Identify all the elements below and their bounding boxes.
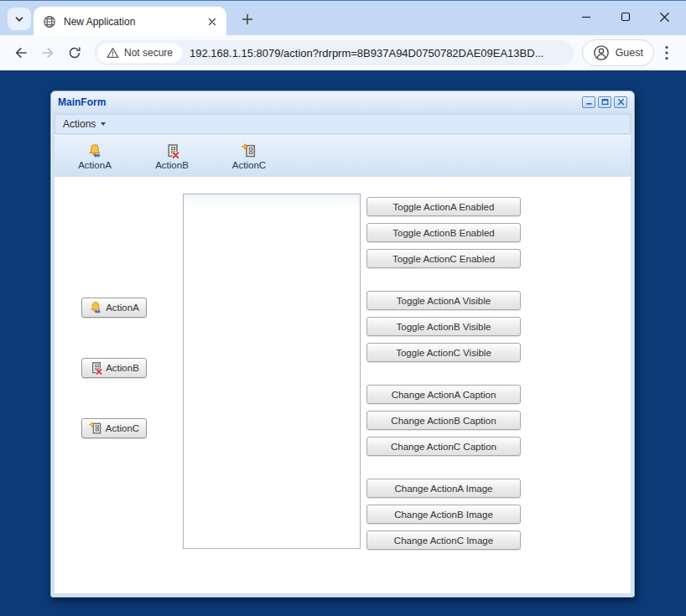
actiona-button-label: ActionA — [106, 303, 139, 313]
toggle-actionc-visible-button[interactable]: Toggle ActionC Visible — [366, 343, 521, 362]
menu-actions-label: Actions — [63, 118, 96, 130]
new-tab-button[interactable] — [236, 8, 258, 30]
listbox[interactable] — [183, 194, 361, 549]
refresh-icon — [67, 45, 82, 60]
back-arrow-icon — [13, 45, 29, 60]
minimize-icon — [585, 98, 593, 106]
toolbar-item-label: ActionA — [78, 160, 112, 170]
minimize-icon — [581, 12, 591, 22]
toggle-actiona-enabled-button[interactable]: Toggle ActionA Enabled — [366, 197, 521, 216]
change-actionb-image-button[interactable]: Change ActionB Image — [366, 505, 521, 524]
change-actiona-image-button[interactable]: Change ActionA Image — [366, 479, 521, 498]
actionc-button[interactable]: ActionC — [81, 418, 147, 438]
action-toolbar: ActionA ActionB ActionC — [55, 135, 631, 177]
mainform-close-button[interactable] — [614, 96, 627, 108]
toggle-actionb-visible-button[interactable]: Toggle ActionB Visible — [366, 317, 521, 336]
warning-triangle-icon — [107, 47, 119, 59]
close-icon — [617, 98, 625, 106]
tab-title: New Application — [64, 16, 197, 28]
form-delete-icon — [89, 361, 102, 375]
not-secure-label: Not secure — [124, 47, 173, 59]
form-new-icon — [242, 143, 257, 158]
bell-swap-icon — [87, 143, 102, 158]
forward-button[interactable] — [35, 40, 60, 65]
globe-icon — [43, 15, 56, 28]
form-delete-icon — [164, 143, 179, 158]
menu-bar: Actions — [55, 114, 631, 134]
toolbar-item-label: ActionB — [155, 160, 189, 170]
toolbar-item-actionb[interactable]: ActionB — [133, 136, 210, 177]
mainform-titlebar[interactable]: MainForm — [51, 91, 634, 112]
mainform-title: MainForm — [58, 96, 106, 108]
form-new-icon — [89, 422, 102, 435]
not-secure-chip[interactable]: Not secure — [97, 43, 182, 63]
tab-search-button[interactable] — [8, 8, 31, 30]
toolbar-item-label: ActionC — [232, 160, 266, 170]
tab-close-icon[interactable] — [205, 14, 220, 29]
toolbar-item-actionc[interactable]: ActionC — [210, 136, 288, 177]
refresh-button[interactable] — [62, 40, 87, 65]
browser-menu-button[interactable] — [656, 40, 678, 65]
maximize-icon — [621, 12, 631, 22]
client-area: ActionA ActionB ActionC Toggle ActionA E… — [55, 177, 631, 593]
mainform-window-controls — [582, 96, 627, 108]
browser-tab-strip: New Application — [0, 0, 686, 35]
mainform-window: MainForm Actions — [50, 91, 635, 598]
url-text: 192.168.1.15:8079/action?rdrprm=8B937A94… — [190, 47, 543, 60]
profile-button[interactable]: Guest — [582, 39, 654, 66]
window-minimize-button[interactable] — [566, 1, 605, 33]
toggle-actionb-enabled-button[interactable]: Toggle ActionB Enabled — [366, 223, 521, 242]
bell-swap-icon — [89, 301, 102, 314]
mainform-body: Actions ActionA ActionB ActionC — [51, 112, 634, 597]
browser-toolbar: Not secure 192.168.1.15:8079/action?rdrp… — [0, 35, 686, 70]
change-actiona-caption-button[interactable]: Change ActionA Caption — [366, 385, 521, 404]
change-actionc-image-button[interactable]: Change ActionC Image — [366, 531, 521, 550]
toggle-actiona-visible-button[interactable]: Toggle ActionA Visible — [366, 291, 521, 310]
page-background: MainForm Actions — [0, 70, 686, 616]
actiona-button[interactable]: ActionA — [81, 298, 147, 318]
mainform-maximize-button[interactable] — [598, 96, 611, 108]
actionb-button-label: ActionB — [106, 363, 139, 373]
profile-label: Guest — [616, 47, 643, 59]
chevron-down-icon — [13, 13, 25, 25]
plus-icon — [242, 13, 253, 25]
window-maximize-button[interactable] — [605, 1, 645, 33]
actionc-button-label: ActionC — [106, 423, 139, 433]
menu-actions[interactable]: Actions — [63, 118, 106, 130]
toggle-actionc-enabled-button[interactable]: Toggle ActionC Enabled — [366, 249, 521, 268]
change-actionb-caption-button[interactable]: Change ActionB Caption — [366, 411, 521, 430]
actionb-button[interactable]: ActionB — [81, 358, 147, 378]
close-icon — [659, 12, 670, 23]
back-button[interactable] — [8, 40, 34, 65]
caret-down-icon — [101, 122, 106, 126]
toolbar-item-actiona[interactable]: ActionA — [56, 136, 133, 177]
address-bar[interactable]: Not secure 192.168.1.15:8079/action?rdrp… — [94, 40, 574, 65]
maximize-icon — [601, 98, 609, 106]
browser-tab[interactable]: New Application — [34, 7, 226, 36]
window-close-button[interactable] — [645, 1, 684, 33]
mainform-minimize-button[interactable] — [582, 96, 595, 108]
window-controls — [566, 1, 684, 33]
change-actionc-caption-button[interactable]: Change ActionC Caption — [366, 437, 521, 456]
forward-arrow-icon — [40, 45, 55, 60]
kebab-icon — [665, 45, 668, 60]
person-icon — [593, 44, 610, 61]
